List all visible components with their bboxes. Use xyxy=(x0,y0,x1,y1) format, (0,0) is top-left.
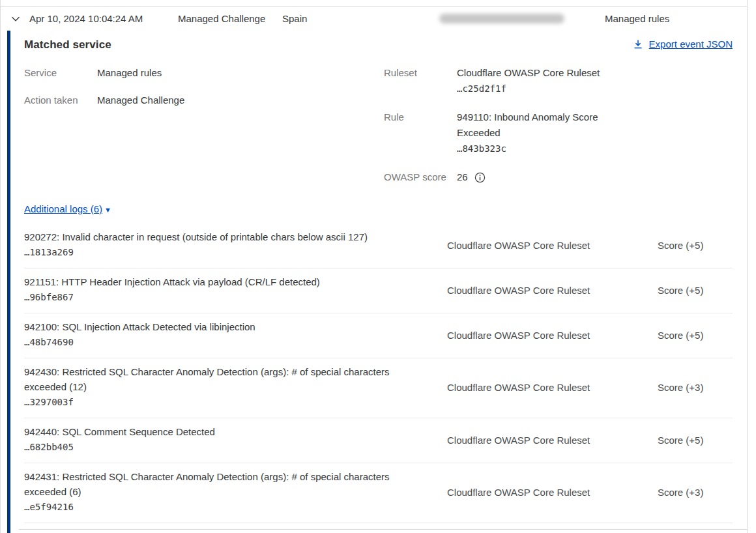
log-score: Score (+5) xyxy=(658,240,733,251)
matched-service-fields: Service Managed rules Action taken Manag… xyxy=(24,65,733,185)
event-timestamp: Apr 10, 2024 10:04:24 AM xyxy=(29,13,178,24)
log-rule-description: 942440: SQL Comment Sequence Detected xyxy=(24,424,421,439)
download-icon xyxy=(633,39,643,50)
export-event-json-link[interactable]: Export event JSON xyxy=(633,38,733,50)
event-action: Managed Challenge xyxy=(178,13,282,24)
security-events-table: Apr 10, 2024 10:04:24 AM Managed Challen… xyxy=(0,0,748,533)
ruleset-value: Cloudflare OWASP Core Ruleset xyxy=(457,67,600,78)
log-ruleset-name: Cloudflare OWASP Core Ruleset xyxy=(447,330,658,341)
event-country: Spain xyxy=(282,13,439,24)
log-rule-id-hash: …96bfe867 xyxy=(24,289,421,306)
log-ruleset-name: Cloudflare OWASP Core Ruleset xyxy=(447,435,658,446)
log-rule-description: 942430: Restricted SQL Character Anomaly… xyxy=(24,364,421,394)
rule-value: 949110: Inbound Anomaly Score Exceeded xyxy=(457,111,598,138)
log-ruleset-name: Cloudflare OWASP Core Ruleset xyxy=(447,487,658,498)
log-row: 942430: Restricted SQL Character Anomaly… xyxy=(24,358,733,418)
redacted-value xyxy=(439,14,564,23)
log-ruleset-name: Cloudflare OWASP Core Ruleset xyxy=(447,382,658,393)
log-rule-id-hash: …682bb405 xyxy=(24,439,421,455)
log-rule-id-hash: …3297003f xyxy=(24,394,421,411)
owasp-score-label: OWASP score xyxy=(384,169,457,185)
action-taken-value: Managed Challenge xyxy=(97,93,184,108)
rule-field: Rule 949110: Inbound Anomaly Score Excee… xyxy=(384,109,733,156)
owasp-score-value: 26 xyxy=(457,169,468,185)
chevron-down-icon[interactable] xyxy=(10,13,22,25)
log-score: Score (+3) xyxy=(658,382,733,393)
service-field: Service Managed rules xyxy=(24,65,384,81)
log-score: Score (+5) xyxy=(658,285,733,296)
log-rule-description: 920272: Invalid character in request (ou… xyxy=(24,229,421,244)
matched-service-heading: Matched service xyxy=(24,38,111,51)
log-rule-id-hash: …1813a269 xyxy=(24,244,421,261)
additional-logs-table: 920272: Invalid character in request (ou… xyxy=(24,223,733,523)
log-score: Score (+5) xyxy=(658,330,733,341)
log-ruleset-name: Cloudflare OWASP Core Ruleset xyxy=(447,285,658,296)
event-detail-panel: Matched service Export event JSON Servic… xyxy=(7,31,747,533)
logs-table-bottom-divider xyxy=(24,523,733,523)
caret-down-icon[interactable]: ▼ xyxy=(104,206,111,214)
ruleset-field: Ruleset Cloudflare OWASP Core Ruleset …c… xyxy=(384,65,733,96)
info-icon[interactable] xyxy=(474,172,486,183)
action-taken-field: Action taken Managed Challenge xyxy=(24,93,384,108)
log-row: 921151: HTTP Header Injection Attack via… xyxy=(24,268,733,313)
log-rule-id-hash: …e5f94216 xyxy=(24,499,421,515)
log-ruleset-name: Cloudflare OWASP Core Ruleset xyxy=(447,240,658,251)
log-score: Score (+3) xyxy=(658,487,733,498)
service-label: Service xyxy=(24,65,97,81)
action-taken-label: Action taken xyxy=(24,93,97,108)
owasp-score-field: OWASP score 26 xyxy=(384,169,733,185)
log-row: 942100: SQL Injection Attack Detected vi… xyxy=(24,313,733,358)
service-value: Managed rules xyxy=(97,65,162,81)
export-event-json-label: Export event JSON xyxy=(649,38,733,50)
log-rule-description: 921151: HTTP Header Injection Attack via… xyxy=(24,274,421,289)
additional-logs-toggle[interactable]: Additional logs (6) xyxy=(24,203,102,214)
ruleset-id-hash: …c25d2f1f xyxy=(457,83,506,94)
top-spacer xyxy=(1,0,747,6)
log-rule-description: 942431: Restricted SQL Character Anomaly… xyxy=(24,469,421,499)
event-service: Managed rules xyxy=(605,13,747,24)
rule-label: Rule xyxy=(384,109,457,156)
additional-logs-label: Additional logs (6) xyxy=(24,203,102,214)
log-row: 942431: Restricted SQL Character Anomaly… xyxy=(24,463,733,523)
log-rule-description: 942100: SQL Injection Attack Detected vi… xyxy=(24,319,421,334)
log-rule-id-hash: …48b74690 xyxy=(24,334,421,351)
event-row-bottom-divider xyxy=(19,529,747,530)
rule-id-hash: …843b323c xyxy=(457,143,506,154)
log-row: 920272: Invalid character in request (ou… xyxy=(24,223,733,268)
log-score: Score (+5) xyxy=(658,435,733,446)
event-summary-row[interactable]: Apr 10, 2024 10:04:24 AM Managed Challen… xyxy=(1,7,747,31)
log-row: 942440: SQL Comment Sequence Detected …6… xyxy=(24,418,733,463)
ruleset-label: Ruleset xyxy=(384,65,457,96)
